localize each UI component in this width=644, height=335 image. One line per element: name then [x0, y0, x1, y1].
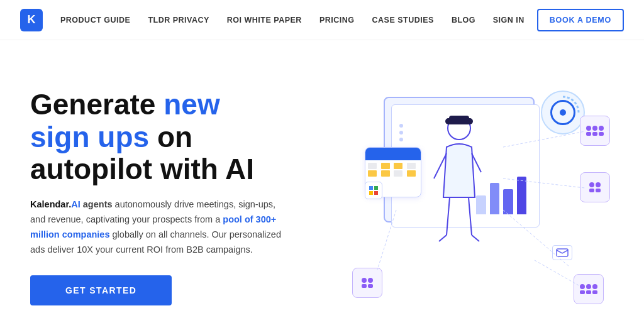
cal-cell: [394, 170, 402, 177]
person-head: [592, 126, 597, 131]
illustration-container: [346, 84, 610, 310]
cal-cell: [381, 170, 390, 177]
cal-cell: [407, 163, 416, 169]
person-head: [592, 284, 597, 289]
brand-agents: agents: [80, 199, 113, 209]
hero-description: Kalendar.AI agents autonomously drive me…: [30, 197, 282, 258]
person-head: [589, 182, 594, 187]
bar-3: [503, 189, 513, 214]
person-head: [580, 284, 585, 289]
person-body: [362, 284, 367, 288]
person-head: [586, 126, 591, 131]
cal-cell: [407, 170, 416, 177]
hero-title: Generate new sign ups on autopilot with …: [30, 89, 319, 186]
calendar-header: [365, 148, 421, 160]
person-body: [586, 132, 591, 136]
bar-4: [517, 177, 527, 214]
header-actions: SIGN IN BOOK A DEMO: [493, 9, 624, 31]
person-figure: [428, 109, 491, 273]
person-body: [592, 290, 597, 294]
nav-pricing[interactable]: PRICING: [319, 16, 355, 25]
calendar-grid: [365, 160, 421, 179]
app-icon-float: [365, 182, 382, 199]
svg-rect-2: [449, 116, 469, 121]
dot-2: [399, 131, 403, 135]
hero-left: Generate new sign ups on autopilot with …: [30, 89, 332, 305]
nav-roi-white-paper[interactable]: ROI WHITE PAPER: [227, 16, 302, 25]
dot-3: [399, 138, 403, 141]
person-head: [596, 182, 601, 187]
nav-tldr-privacy[interactable]: TLDR PRIVACY: [148, 16, 209, 25]
nav-blog[interactable]: BLOG: [452, 16, 475, 25]
header: K PRODUCT GUIDE TLDR PRIVACY ROI WHITE P…: [0, 0, 644, 40]
svg-rect-7: [374, 191, 378, 195]
hero-title-autopilot: autopilot with AI: [30, 153, 254, 185]
person-head: [599, 126, 604, 131]
email-svg: [556, 248, 569, 257]
person-body: [580, 290, 585, 294]
hero-title-on: on: [149, 121, 192, 153]
hero-title-signups: sign ups: [30, 121, 149, 153]
hero-title-new: new: [164, 88, 219, 121]
people-row: [586, 126, 604, 131]
get-started-button[interactable]: GET STARTED: [30, 275, 172, 305]
email-icon: [552, 245, 572, 260]
bar-2: [490, 183, 500, 214]
person-head: [368, 278, 373, 283]
people-cluster-1: [580, 116, 610, 146]
cal-cell: [368, 170, 377, 177]
dot-decorations: [399, 124, 403, 141]
svg-rect-3: [557, 249, 568, 256]
svg-line-12: [535, 260, 579, 285]
person-body: [368, 284, 373, 288]
logo-letter: K: [28, 13, 36, 26]
dot-1: [399, 124, 403, 128]
people-row: [589, 182, 601, 187]
people-row: [362, 278, 373, 283]
cal-cell: [368, 163, 377, 169]
arc-decoration: [541, 91, 585, 135]
people-body-row: [580, 290, 597, 294]
app-icon-svg: [369, 185, 379, 195]
hero-title-generate: Generate: [30, 88, 164, 121]
people-cluster-3: [352, 268, 382, 298]
person-head: [586, 284, 591, 289]
book-demo-button[interactable]: BOOK A DEMO: [537, 9, 624, 31]
hero-illustration: [332, 59, 624, 335]
people-cluster-4: [574, 274, 604, 304]
nav-product-guide[interactable]: PRODUCT GUIDE: [60, 16, 130, 25]
person-body: [596, 189, 601, 192]
svg-rect-4: [369, 186, 373, 190]
nav-case-studies[interactable]: CASE STUDIES: [372, 16, 434, 25]
logo[interactable]: K: [20, 9, 43, 31]
people-cluster-2: [580, 172, 610, 202]
people-body-row: [589, 189, 601, 192]
person-body: [592, 132, 597, 136]
people-body-row: [586, 132, 604, 136]
people-body-row: [362, 284, 373, 288]
people-row: [580, 284, 597, 289]
main-nav: PRODUCT GUIDE TLDR PRIVACY ROI WHITE PAP…: [60, 16, 493, 25]
hero-section: Generate new sign ups on autopilot with …: [0, 40, 644, 335]
person-body: [589, 189, 594, 192]
person-body: [586, 290, 591, 294]
svg-rect-6: [369, 191, 373, 195]
cal-cell: [381, 163, 390, 169]
sign-in-link[interactable]: SIGN IN: [493, 16, 525, 25]
cal-cell: [394, 163, 402, 169]
svg-rect-5: [374, 186, 378, 190]
person-head: [362, 278, 367, 283]
analytics-circle: [541, 91, 585, 135]
person-body: [599, 132, 604, 136]
brand-name: Kalendar.AI: [30, 199, 80, 209]
